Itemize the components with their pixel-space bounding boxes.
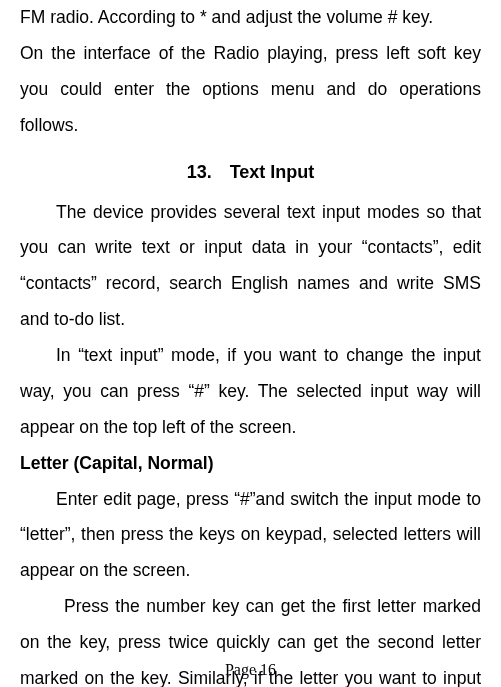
paragraph-device-provides: The device provides several text input m…	[20, 195, 481, 339]
paragraph-text-input-mode: In “text input” mode, if you want to cha…	[20, 338, 481, 446]
subheading-letter: Letter (Capital, Normal)	[20, 446, 481, 482]
section-heading-text-input: 13. Text Input	[20, 162, 481, 183]
paragraph-enter-edit: Enter edit page, press “#”and switch the…	[20, 482, 481, 590]
page-footer: Page 16	[0, 661, 501, 679]
paragraph-radio-interface: On the interface of the Radio playing, p…	[20, 36, 481, 144]
paragraph-fm-radio: FM radio. According to * and adjust the …	[20, 0, 481, 36]
